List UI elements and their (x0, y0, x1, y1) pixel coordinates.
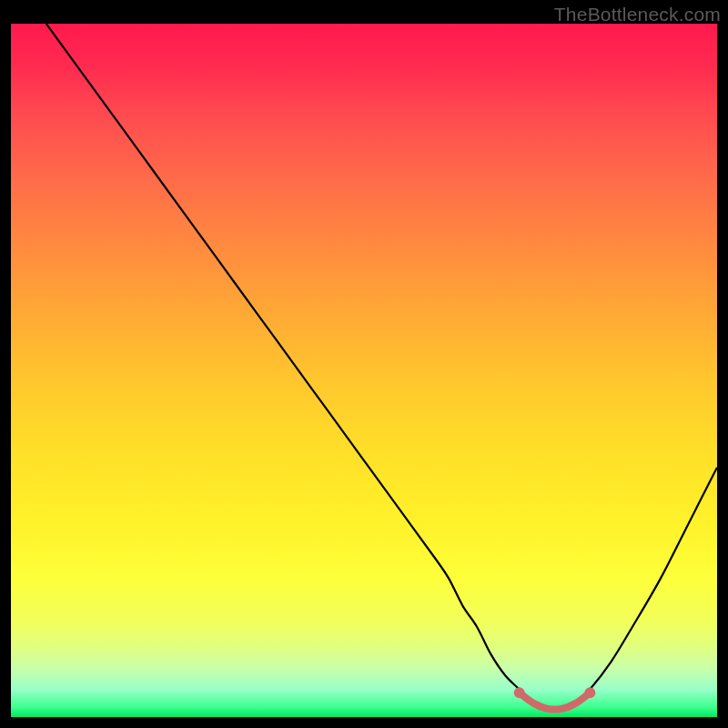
watermark-text: TheBottleneck.com (554, 4, 721, 25)
chart-svg (11, 24, 717, 717)
chart-plot (11, 24, 717, 717)
bottleneck-curve-path (46, 24, 717, 711)
optimal-start-marker (514, 687, 525, 698)
optimal-band-path (520, 693, 591, 709)
optimal-end-marker (584, 687, 595, 698)
chart-frame (11, 24, 717, 717)
